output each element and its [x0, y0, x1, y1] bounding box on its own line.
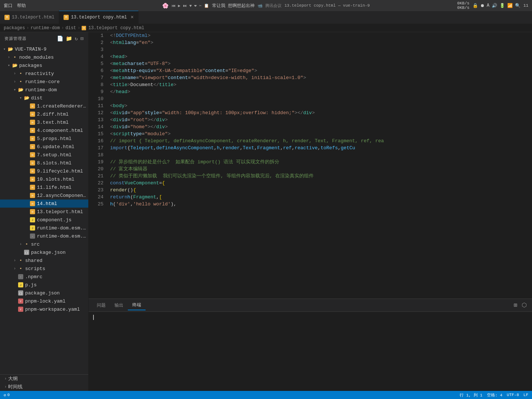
sidebar-item-pnpm-lock.yaml[interactable]: Y pnpm-lock.yaml: [0, 297, 88, 305]
outline-label: 大纲: [8, 375, 18, 382]
terminal-content[interactable]: [89, 312, 532, 391]
error-icon: ⊘: [4, 393, 6, 398]
statusbar-errors[interactable]: ⊘ 0: [4, 393, 10, 398]
sidebar-item-runtime-dom[interactable]: ▾ 📂 runtime-dom: [0, 86, 88, 94]
sidebar-outline[interactable]: › 大纲: [0, 375, 88, 383]
breadcrumb-dist[interactable]: dist: [65, 25, 76, 31]
statusbar-left: ⊘ 0: [4, 393, 10, 398]
terminal-tab-output[interactable]: 输出: [110, 301, 128, 310]
label-4.component: 4.component.html: [37, 128, 88, 133]
new-folder-icon[interactable]: 📁: [66, 35, 72, 42]
node_modules-label: node_modules: [19, 55, 88, 60]
sidebar-item-package.json-root[interactable]: {} package.json: [0, 289, 88, 297]
tab-13-teleport-copy[interactable]: H 13.teleport copy.html ×: [59, 11, 139, 24]
sidebar-item-13.teleport.html[interactable]: H 13.teleport.html: [0, 208, 88, 216]
label-pnpm-lock.yaml: pnpm-lock.yaml: [25, 299, 88, 304]
html-icon-4: H: [30, 127, 35, 133]
scripts-folder-icon: ▪: [18, 266, 24, 272]
sidebar-item-src[interactable]: › ▪ src: [0, 240, 88, 248]
sidebar-header: 资源管理器 📄 📁 ↻ ⊟: [0, 32, 88, 45]
sidebar-item-10.slots.html[interactable]: H 10.slots.html: [0, 175, 88, 183]
sidebar-item-11.life.html[interactable]: H 11.life.html: [0, 183, 88, 191]
label-11.life: 11.life.html: [37, 185, 88, 190]
menu-window[interactable]: 窗口: [4, 3, 13, 9]
sidebar-item-scripts[interactable]: › ▪ scripts: [0, 265, 88, 273]
runtime-core-folder-icon: ▪: [18, 79, 24, 85]
generic-icon-esm-m: ·: [30, 233, 35, 239]
breadcrumb-file[interactable]: 13.teleport copy.html: [88, 25, 144, 31]
html-icon-13: H: [30, 209, 35, 215]
sidebar-item-6.update.html[interactable]: H 6.update.html: [0, 143, 88, 151]
breadcrumb-sep-1: ›: [27, 25, 29, 31]
sidebar-item-pnpm-workspace.yaml[interactable]: Y pnpm-workspace.yaml: [0, 305, 88, 313]
reactivity-folder-icon: ▪: [18, 71, 24, 76]
tab-label-1: 13.teleport.html: [12, 15, 54, 20]
breadcrumb-sep-3: ›: [78, 25, 80, 31]
code-content[interactable]: <!DOCTYPE html><html lang="en"> <head> <…: [107, 32, 532, 299]
terminal-maximize-icon[interactable]: ⬡: [520, 301, 528, 310]
statusbar-line-ending[interactable]: LF: [524, 393, 528, 397]
html-icon-10: H: [30, 176, 35, 182]
sidebar-item-12.async[interactable]: H 12.asyncComponent.h...: [0, 191, 88, 200]
sidebar-item-runtime-dom.esm.js[interactable]: J runtime-dom.esm.js: [0, 224, 88, 232]
tab-icon-2: H: [64, 15, 69, 20]
sidebar-item-dist[interactable]: ▾ 📂 dist: [0, 94, 88, 102]
net-speed: 0KB/s0KB/s: [457, 1, 470, 10]
sidebar-item-packages[interactable]: ▾ 📂 packages: [0, 61, 88, 69]
sidebar-item-7.setup.html[interactable]: H 7.setup.html: [0, 151, 88, 159]
line-ending-label: LF: [524, 393, 528, 397]
terminal-tab-problems[interactable]: 问题: [92, 301, 110, 310]
sidebar-item-4.component.html[interactable]: H 4.component.html: [0, 126, 88, 134]
statusbar-position[interactable]: 行 1, 列 1: [460, 392, 482, 398]
breadcrumb-file-icon: H: [82, 26, 86, 30]
sidebar-item-9.lifecycle.html[interactable]: H 9.lifecycle.html: [0, 167, 88, 175]
new-file-icon[interactable]: 📄: [57, 35, 64, 42]
sidebar-timeline[interactable]: › 时间线: [0, 383, 88, 391]
sidebar-item-shared[interactable]: › ▪ shared: [0, 256, 88, 265]
html-icon-7: H: [30, 152, 35, 158]
sidebar-item-3.text.html[interactable]: H 3.text.html: [0, 118, 88, 126]
tab-label-2: 13.teleport copy.html: [71, 15, 127, 20]
breadcrumb-runtime-dom[interactable]: runtime-dom: [31, 25, 60, 31]
sidebar-item-node_modules[interactable]: › ▪ node_modules: [0, 53, 88, 61]
music-title: 常让我 想啊想起出神: [212, 3, 255, 9]
sidebar-bottom: › 大纲 › 时间线: [0, 374, 88, 391]
runtime-dom-folder-icon: 📂: [18, 87, 24, 93]
collapse-all-icon[interactable]: ⊟: [81, 35, 84, 42]
tree-root[interactable]: ▾ 📂 VUE-TRAIN-9: [0, 45, 88, 53]
encoding-label: UTF-8: [507, 393, 519, 397]
tab-close-button[interactable]: ×: [130, 14, 133, 20]
terminal-tab-terminal[interactable]: 终端: [128, 300, 146, 310]
sidebar-item-14.html[interactable]: H 14.html: [0, 200, 88, 208]
terminal-split-icon[interactable]: ⊞: [512, 301, 519, 310]
label-1.createRenderer: 1.createRenderer.html: [37, 103, 88, 109]
tab-13-teleport[interactable]: H 13.teleport.html: [0, 11, 59, 24]
sidebar-item-p.js[interactable]: J p.js: [0, 281, 88, 289]
sidebar-item-reactivity[interactable]: › ▪ reactivity: [0, 69, 88, 78]
statusbar-spaces[interactable]: 空格: 4: [487, 392, 502, 398]
src-label: src: [31, 242, 88, 247]
sidebar-item-2.diff.html[interactable]: H 2.diff.html: [0, 110, 88, 118]
sidebar-item-1.createRenderer.html[interactable]: H 1.createRenderer.html: [0, 102, 88, 110]
runtime-core-arrow: ›: [12, 80, 18, 84]
sidebar-title: 资源管理器: [4, 36, 27, 41]
src-folder-icon: ▪: [24, 241, 30, 247]
sidebar-item-5.props.html[interactable]: H 5.props.html: [0, 134, 88, 143]
html-icon-1: H: [30, 103, 35, 109]
sidebar-item-component.js[interactable]: J component.js: [0, 216, 88, 224]
html-icon-12: H: [30, 192, 35, 198]
sidebar-item-npmrc[interactable]: · .npmrc: [0, 273, 88, 281]
sidebar-item-runtime-core[interactable]: › ▪ runtime-core: [0, 78, 88, 86]
statusbar-encoding[interactable]: UTF-8: [507, 393, 519, 397]
sidebar-item-package.json-runtime[interactable]: {} package.json: [0, 248, 88, 256]
sidebar-item-8.slots.html[interactable]: H 8.slots.html: [0, 159, 88, 167]
titlebar-center: 🌸 ⏮ ▶ ⏭ ♥ ❤ ✂ 📋 常让我 想啊想起出神 📹 腾讯会议 13.tel…: [162, 3, 370, 9]
breadcrumb-packages[interactable]: packages: [4, 25, 25, 31]
menu-help[interactable]: 帮助: [17, 3, 26, 9]
reactivity-label: reactivity: [25, 71, 88, 76]
label-npmrc: .npmrc: [25, 274, 88, 280]
sidebar-item-runtime-dom.esm.js.m[interactable]: · runtime-dom.esm.js.m...: [0, 232, 88, 240]
refresh-icon[interactable]: ↻: [75, 35, 78, 42]
src-arrow: ›: [18, 242, 24, 246]
code-editor[interactable]: 1234567891011121314151617181920212223242…: [89, 32, 532, 299]
